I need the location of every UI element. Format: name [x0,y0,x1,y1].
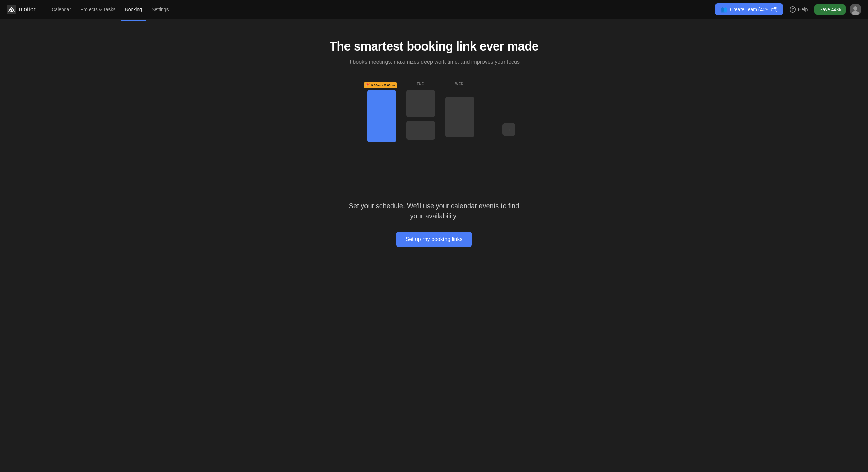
calendar-col-mon: MON 🚩 9:00am - 5:00pm [366,82,397,142]
motion-logo-icon [7,5,16,14]
cal-event-wed-1 [445,97,474,137]
next-arrow-button[interactable]: → [502,123,515,136]
avatar[interactable] [850,4,861,15]
cal-event-tue-2 [406,121,435,140]
avatar-icon [850,4,861,15]
nav-links: Calendar Projects & Tasks Booking Settin… [47,5,715,14]
nav-item-settings[interactable]: Settings [147,5,173,14]
help-button[interactable]: ? Help [787,4,810,15]
day-label-tue: TUE [417,82,424,86]
calendar-col-tue: TUE [405,82,436,140]
help-icon: ? [790,6,796,13]
svg-point-2 [853,6,857,11]
main-content: The smartest booking link ever made It b… [0,19,868,274]
nav-item-booking[interactable]: Booking [121,5,146,14]
cal-event-tue-1 [406,90,435,117]
nav-right: 👥 Create Team (40% off) ? Help Save 44% [715,3,861,15]
hero-subtitle: It books meetings, maximizes deep work t… [348,59,520,65]
users-icon: 👥 [721,6,727,13]
day-label-wed: WED [455,82,464,86]
nav-item-calendar[interactable]: Calendar [47,5,75,14]
app-name: motion [19,6,37,13]
time-badge: 🚩 9:00am - 5:00pm [364,82,397,88]
calendar-col-wed: WED [444,82,475,137]
bottom-cta: Set your schedule. We'll use your calend… [346,201,522,247]
save-button[interactable]: Save 44% [814,4,846,15]
schedule-description: Set your schedule. We'll use your calend… [346,201,522,221]
create-team-button[interactable]: 👥 Create Team (40% off) [715,3,783,15]
navbar: motion Calendar Projects & Tasks Booking… [0,0,868,19]
nav-item-projects[interactable]: Projects & Tasks [76,5,119,14]
app-logo[interactable]: motion [7,5,37,14]
setup-booking-button[interactable]: Set up my booking links [396,232,472,247]
cal-event-mon: 🚩 9:00am - 5:00pm [367,90,396,142]
flag-icon: 🚩 [366,83,370,87]
calendar-illustration: MON 🚩 9:00am - 5:00pm TUE WED → [349,82,519,177]
hero-title: The smartest booking link ever made [330,39,539,54]
